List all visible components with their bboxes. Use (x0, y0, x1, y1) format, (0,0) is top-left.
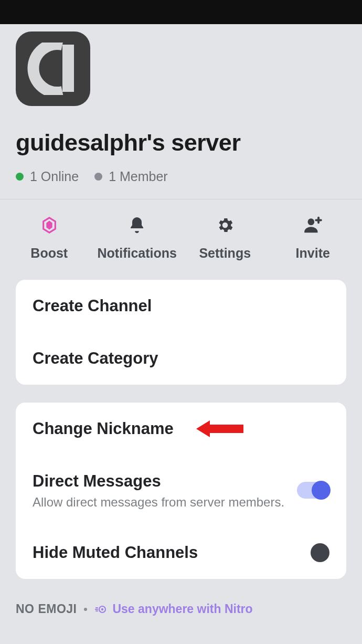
hide-muted-row[interactable]: Hide Muted Channels (33, 526, 329, 579)
create-channel-row[interactable]: Create Channel (33, 280, 329, 332)
boost-icon (39, 215, 59, 235)
svg-rect-0 (62, 45, 74, 92)
nitro-link[interactable]: Use anywhere with Nitro (94, 602, 252, 616)
change-nickname-row[interactable]: Change Nickname (33, 403, 329, 455)
direct-messages-row[interactable]: Direct Messages Allow direct messages fr… (33, 455, 329, 526)
boost-button[interactable]: Boost (5, 215, 93, 261)
bell-icon (127, 215, 147, 235)
boost-label: Boost (30, 246, 68, 261)
create-category-label: Create Category (33, 349, 158, 368)
direct-messages-sub: Allow direct messages from server member… (33, 495, 284, 510)
svg-point-1 (308, 218, 315, 225)
member-dot-icon (94, 173, 102, 181)
create-card: Create Channel Create Category (16, 280, 346, 385)
server-header: guidesalphr's server 1 Online 1 Member (0, 24, 362, 199)
no-emoji-label: NO EMOJI (16, 602, 77, 616)
member-text: 1 Member (109, 169, 168, 184)
add-user-icon (303, 215, 323, 235)
settings-button[interactable]: Settings (181, 215, 269, 261)
server-status: 1 Online 1 Member (16, 169, 346, 184)
notifications-button[interactable]: Notifications (93, 215, 182, 261)
settings-label: Settings (199, 246, 251, 261)
annotation-arrow-icon (196, 417, 243, 440)
direct-messages-toggle[interactable] (297, 482, 329, 500)
gear-icon (215, 215, 235, 235)
invite-button[interactable]: Invite (269, 215, 357, 261)
server-icon[interactable] (16, 31, 90, 106)
dot-separator-icon (84, 608, 87, 611)
svg-marker-2 (196, 420, 243, 437)
server-logo-icon (27, 43, 79, 95)
online-dot-icon (16, 173, 24, 181)
hide-muted-toggle[interactable] (311, 543, 329, 562)
nitro-link-text: Use anywhere with Nitro (112, 602, 252, 616)
member-count: 1 Member (94, 169, 168, 184)
nitro-icon (94, 603, 107, 616)
hide-muted-label: Hide Muted Channels (33, 543, 198, 562)
nitro-footer: NO EMOJI Use anywhere with Nitro (0, 597, 362, 616)
online-text: 1 Online (30, 169, 79, 184)
server-name: guidesalphr's server (16, 129, 346, 156)
direct-messages-label: Direct Messages (33, 472, 284, 491)
action-bar: Boost Notifications Settings Invite (0, 199, 362, 280)
change-nickname-label: Change Nickname (33, 419, 174, 438)
create-channel-label: Create Channel (33, 297, 152, 315)
create-category-row[interactable]: Create Category (33, 332, 329, 385)
settings-card: Change Nickname Direct Messages Allow di… (16, 403, 346, 579)
notifications-label: Notifications (98, 246, 177, 261)
status-bar (0, 0, 362, 24)
online-count: 1 Online (16, 169, 79, 184)
invite-label: Invite (296, 246, 330, 261)
svg-point-4 (101, 608, 103, 610)
